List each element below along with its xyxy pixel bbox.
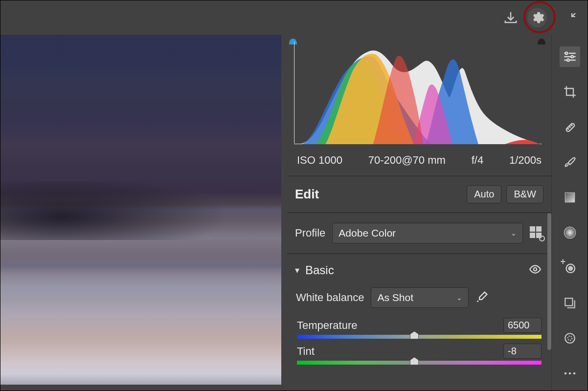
bw-button[interactable]: B&W bbox=[506, 185, 543, 203]
tint-input[interactable] bbox=[503, 344, 542, 359]
edit-panel: ISO 1000 70-200@70 mm f/4 1/200s Edit Au… bbox=[281, 35, 551, 391]
svg-point-0 bbox=[534, 268, 537, 271]
radial-gradient-tool-icon[interactable] bbox=[560, 222, 580, 243]
edit-title: Edit bbox=[295, 187, 319, 202]
svg-point-12 bbox=[569, 127, 570, 128]
svg-point-19 bbox=[565, 333, 575, 343]
meta-aperture: f/4 bbox=[472, 154, 483, 167]
chevron-down-icon: ⌄ bbox=[511, 229, 517, 237]
profile-dropdown[interactable]: Adobe Color ⌄ bbox=[332, 223, 523, 243]
white-balance-label: White balance bbox=[296, 291, 364, 304]
svg-point-13 bbox=[571, 125, 572, 126]
edit-tool-icon[interactable] bbox=[560, 46, 580, 67]
more-icon[interactable] bbox=[560, 363, 580, 384]
temperature-label: Temperature bbox=[297, 319, 358, 332]
snapshots-tool-icon[interactable] bbox=[560, 328, 580, 348]
gear-icon[interactable] bbox=[527, 8, 547, 27]
temperature-input[interactable] bbox=[503, 318, 542, 333]
svg-point-1 bbox=[565, 52, 567, 55]
histogram[interactable] bbox=[287, 36, 548, 148]
edit-header: Edit Auto B&W bbox=[287, 176, 551, 213]
profile-browser-icon[interactable] bbox=[530, 226, 543, 240]
svg-point-4 bbox=[571, 56, 573, 58]
download-icon[interactable] bbox=[501, 8, 520, 27]
linear-gradient-tool-icon[interactable] bbox=[560, 187, 580, 208]
chevron-down-icon: ▾ bbox=[295, 265, 299, 276]
svg-point-22 bbox=[568, 372, 571, 375]
temperature-slider[interactable]: Temperature bbox=[287, 313, 551, 339]
svg-point-23 bbox=[573, 372, 575, 375]
svg-point-15 bbox=[564, 227, 575, 238]
topbar bbox=[0, 0, 588, 35]
tool-strip: + bbox=[551, 35, 588, 391]
profile-value: Adobe Color bbox=[339, 227, 396, 239]
svg-rect-18 bbox=[565, 298, 572, 305]
red-eye-tool-icon[interactable]: + bbox=[560, 258, 580, 278]
panel-scrollbar[interactable] bbox=[547, 213, 551, 350]
meta-lens: 70-200@70 mm bbox=[368, 154, 446, 167]
svg-point-20 bbox=[567, 336, 572, 341]
svg-point-11 bbox=[567, 129, 568, 130]
white-balance-dropdown[interactable]: As Shot ⌄ bbox=[371, 287, 469, 308]
brush-tool-icon[interactable] bbox=[560, 152, 580, 173]
divider bbox=[554, 8, 554, 27]
basic-title: Basic bbox=[305, 263, 523, 277]
presets-tool-icon[interactable] bbox=[560, 293, 580, 313]
metadata-row: ISO 1000 70-200@70 mm f/4 1/200s bbox=[287, 148, 551, 176]
meta-shutter: 1/200s bbox=[509, 154, 542, 167]
svg-rect-14 bbox=[565, 193, 575, 202]
tint-label: Tint bbox=[297, 345, 315, 358]
healing-tool-icon[interactable] bbox=[560, 117, 580, 137]
tint-slider[interactable]: Tint bbox=[287, 339, 551, 365]
meta-iso: ISO 1000 bbox=[297, 154, 342, 167]
collapse-icon[interactable] bbox=[561, 8, 581, 27]
auto-button[interactable]: Auto bbox=[467, 185, 501, 203]
eyedropper-icon[interactable] bbox=[475, 290, 489, 305]
chevron-down-icon: ⌄ bbox=[456, 294, 462, 302]
profile-label: Profile bbox=[295, 227, 325, 239]
basic-section-header[interactable]: ▾ Basic bbox=[287, 254, 551, 282]
svg-point-21 bbox=[564, 372, 566, 375]
image-canvas[interactable] bbox=[0, 35, 281, 385]
svg-point-7 bbox=[567, 59, 569, 62]
crop-tool-icon[interactable] bbox=[560, 82, 580, 102]
white-balance-value: As Shot bbox=[377, 292, 413, 304]
svg-point-17 bbox=[568, 267, 572, 271]
eye-icon[interactable] bbox=[529, 263, 542, 278]
